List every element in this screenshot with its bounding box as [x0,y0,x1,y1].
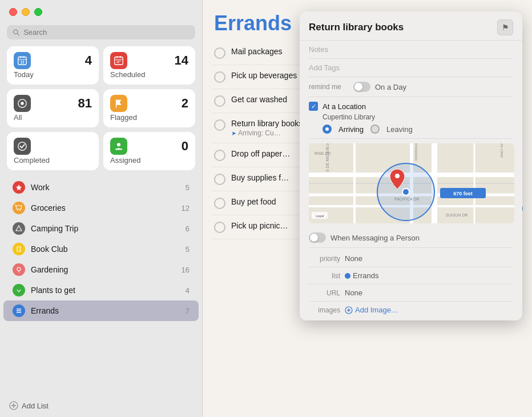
list-item-bookclub[interactable]: Book Club 5 [3,239,199,259]
list-item-plants[interactable]: Plants to get 4 [3,280,199,300]
on-a-day-label: On a Day [375,83,406,91]
task-text-5: Drop off paper… [231,149,290,158]
list-item-camping[interactable]: ! Camping Trip 6 [3,218,199,239]
svg-text:RODRIGUES AVE: RODRIGUES AVE [414,143,418,161]
camping-label: Camping Trip [31,224,186,233]
list-item-gardening[interactable]: Gardening 16 [3,259,199,280]
add-image-label: Add Image… [355,306,398,314]
assigned-count: 0 [182,139,188,154]
work-label: Work [31,183,186,192]
map-svg: S DE ANZA BLVD ANEY AVE RODRIGUES AVE PA… [309,143,514,223]
task-checkbox-2[interactable] [214,71,225,83]
when-messaging-row: When Messaging a Person [309,228,513,248]
notes-field[interactable]: Notes [309,41,513,59]
groceries-label: Groceries [31,203,182,212]
detail-header: Return library books ⚑ [300,11,522,41]
list-dot-icon [345,273,350,279]
all-icon [14,95,31,112]
svg-text:Legal: Legal [316,214,324,218]
gardening-label: Gardening [31,265,182,274]
svg-point-19 [17,210,18,211]
list-value[interactable]: Errands [353,271,379,280]
location-arrow-icon: ➤ [231,130,236,137]
detail-panel: Return library books ⚑ Notes Add Tags re… [300,11,522,320]
task-text-7: Buy pet food [231,197,276,206]
location-name-sub: Cupertino Library [323,113,513,121]
priority-value[interactable]: None [345,254,513,263]
search-bar[interactable] [7,25,195,39]
smart-item-assigned[interactable]: 0 Assigned [103,132,195,170]
svg-text:SUISUN DR: SUISUN DR [446,213,468,217]
when-messaging-label: When Messaging a Person [331,234,420,242]
search-icon [13,29,20,37]
camping-count: 6 [186,224,190,233]
errands-label: Errands [31,306,186,315]
meta-rows: priority None list Errands URL None imag… [309,248,513,320]
task-checkbox-1[interactable] [214,47,225,59]
add-image-icon [345,306,353,314]
add-image-button[interactable]: Add Image… [345,306,398,314]
svg-point-16 [18,142,26,150]
task-sub-4: Arriving: Cu… [238,129,281,137]
tags-field[interactable]: Add Tags [309,59,513,77]
smart-item-all[interactable]: 81 All [7,89,99,127]
svg-text:670 feet: 670 feet [453,191,473,197]
smart-item-completed[interactable]: Completed [7,132,99,170]
maximize-button[interactable] [34,8,42,16]
scheduled-icon [110,52,127,69]
user-lists: Work 5 Groceries 12 ! Camping Trip 6 Boo… [0,175,202,394]
task-checkbox-7[interactable] [214,198,225,209]
svg-point-20 [19,210,21,211]
url-value[interactable]: None [345,288,513,297]
priority-row: priority None [309,250,513,267]
flag-button[interactable]: ⚑ [497,19,513,35]
task-checkbox-5[interactable] [214,150,225,161]
list-item-work[interactable]: Work 5 [3,177,199,198]
notes-placeholder: Notes [309,45,328,54]
task-checkbox-8[interactable] [214,222,225,233]
assigned-label: Assigned [110,156,188,165]
leaving-radio[interactable] [370,125,380,134]
at-location-checkbox[interactable]: ✓ [309,102,318,111]
map-container: S DE ANZA BLVD ANEY AVE RODRIGUES AVE PA… [309,143,514,223]
list-title: Errands [214,11,292,35]
task-checkbox-3[interactable] [214,95,225,107]
minimize-button[interactable] [22,8,30,16]
today-icon: 13 [14,52,31,69]
smart-item-today[interactable]: 13 4 Today [7,46,99,85]
when-messaging-toggle[interactable] [309,232,326,243]
svg-text:RISE DR: RISE DR [315,151,331,155]
arriving-row: Arriving Leaving [323,125,513,134]
bookclub-label: Book Club [31,244,186,254]
close-button[interactable] [9,8,17,16]
task-text-3: Get car washed [231,95,287,104]
bookclub-count: 5 [186,245,190,254]
all-label: All [14,113,92,122]
smart-item-flagged[interactable]: 2 Flagged [103,89,195,127]
task-checkbox-6[interactable] [214,174,225,185]
add-list-button[interactable]: Add List [0,394,202,417]
gardening-icon [13,263,25,276]
on-a-day-toggle[interactable] [353,82,370,92]
svg-line-1 [17,33,19,35]
detail-title: Return library books [309,22,404,33]
task-text-4: Return library books [231,119,303,128]
search-input[interactable] [23,28,190,37]
svg-text:ANEY AVE: ANEY AVE [500,143,503,158]
location-row: ✓ At a Location [309,102,513,111]
arriving-radio[interactable] [323,125,332,134]
svg-text:13: 13 [20,60,25,64]
images-row: images Add Image… [309,302,513,318]
today-label: Today [14,70,92,79]
list-item-groceries[interactable]: Groceries 12 [3,198,199,218]
today-count: 4 [85,53,92,68]
task-checkbox-4[interactable] [214,119,225,131]
flagged-label: Flagged [110,113,188,122]
traffic-lights [0,0,202,22]
completed-label: Completed [14,156,92,165]
scheduled-label: Scheduled [110,70,188,79]
list-item-errands[interactable]: Errands 7 [3,300,199,321]
remind-row: remind me On a Day [309,77,513,97]
groceries-icon [13,202,25,214]
smart-item-scheduled[interactable]: 14 Scheduled [103,46,195,85]
